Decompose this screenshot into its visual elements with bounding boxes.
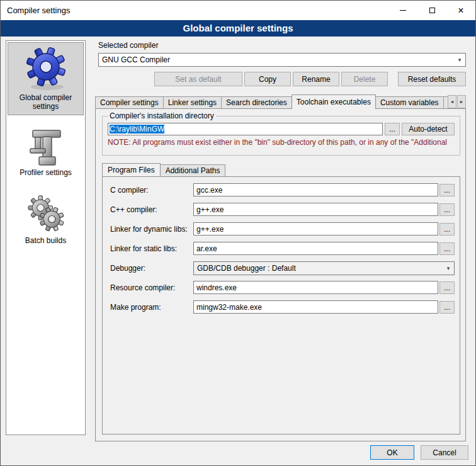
install-dir-input[interactable]: C:\raylib\MinGW xyxy=(108,123,383,135)
rename-button[interactable]: Rename xyxy=(293,72,339,86)
resource-compiler-browse-button[interactable]: ... xyxy=(439,281,455,294)
make-program-input[interactable] xyxy=(193,300,438,314)
auto-detect-button[interactable]: Auto-detect xyxy=(402,123,455,135)
sidebar: Global compiler settings xyxy=(6,40,86,435)
sidebar-item-global-compiler-settings[interactable]: Global compiler settings xyxy=(8,42,84,115)
linker-dynamic-input[interactable] xyxy=(193,222,438,236)
install-dir-selected-text: C:\raylib\MinGW xyxy=(110,125,164,134)
c-compiler-input[interactable] xyxy=(193,183,438,196)
make-program-row: Make program: ... xyxy=(110,300,455,314)
cpp-compiler-label: C++ compiler: xyxy=(110,205,193,214)
arrow-left-icon: ◄ xyxy=(450,99,455,104)
installation-directory-group: Compiler's installation directory C:\ray… xyxy=(102,111,460,156)
batch-builds-gears-icon xyxy=(9,193,82,235)
debugger-row: Debugger: GDB/CDB debugger : Default ▾ xyxy=(110,261,455,275)
debugger-select[interactable]: GDB/CDB debugger : Default ▾ xyxy=(193,261,455,275)
install-dir-browse-button[interactable]: ... xyxy=(385,123,400,135)
installation-directory-group-title: Compiler's installation directory xyxy=(108,111,216,120)
resource-compiler-input[interactable] xyxy=(193,281,438,294)
linker-dynamic-row: Linker for dynamic libs: ... xyxy=(110,222,455,236)
selected-compiler-label: Selected compiler xyxy=(98,41,158,50)
tab-scroll-left-button[interactable]: ◄ xyxy=(448,95,456,108)
compiler-settings-window: Compiler settings × Global compiler sett… xyxy=(0,0,476,466)
sidebar-item-label: Profiler settings xyxy=(9,167,82,177)
tab-linker-settings[interactable]: Linker settings xyxy=(163,96,222,109)
chevron-down-icon: ▾ xyxy=(443,265,454,271)
arrow-right-icon: ► xyxy=(460,99,464,104)
window-title: Compiler settings xyxy=(1,6,388,15)
minimize-button[interactable] xyxy=(388,1,417,20)
c-compiler-label: C compiler: xyxy=(110,186,193,195)
sidebar-item-batch-builds[interactable]: Batch builds xyxy=(8,191,84,249)
c-compiler-browse-button[interactable]: ... xyxy=(439,184,455,196)
compiler-buttons-row: Set as default Copy Rename Delete Reset … xyxy=(92,72,466,86)
sidebar-item-label: Batch builds xyxy=(9,235,82,245)
debugger-value: GDB/CDB debugger : Default xyxy=(197,264,443,273)
linker-dynamic-browse-button[interactable]: ... xyxy=(439,223,455,236)
settings-tabstrip: Compiler settings Linker settings Search… xyxy=(95,94,466,109)
cancel-button[interactable]: Cancel xyxy=(421,445,468,460)
tab-compiler-settings[interactable]: Compiler settings xyxy=(95,96,164,109)
cpp-compiler-input[interactable] xyxy=(193,203,438,216)
delete-button: Delete xyxy=(341,72,388,86)
c-compiler-row: C compiler: ... xyxy=(110,183,455,196)
maximize-icon xyxy=(429,8,435,13)
tab-toolchain-executables[interactable]: Toolchain executables xyxy=(292,94,376,109)
resource-compiler-label: Resource compiler: xyxy=(110,283,193,292)
linker-static-browse-button[interactable]: ... xyxy=(439,242,455,255)
dialog-header: Global compiler settings xyxy=(1,20,475,37)
selected-compiler-value: GNU GCC Compiler xyxy=(102,55,454,64)
make-program-browse-button[interactable]: ... xyxy=(439,301,455,314)
maximize-button[interactable] xyxy=(417,1,446,20)
profiler-tool-icon xyxy=(9,128,82,167)
tab-scrollers: ◄ ► xyxy=(448,95,466,108)
close-icon: × xyxy=(458,6,463,16)
tab-custom-variables[interactable]: Custom variables xyxy=(375,96,444,109)
program-files-panel: C compiler: ... C++ compiler: ... Linker… xyxy=(102,176,460,435)
titlebar: Compiler settings × xyxy=(1,1,475,20)
main-area: Selected compiler GNU GCC Compiler ▾ Set… xyxy=(92,40,470,441)
sidebar-item-label: Global compiler settings xyxy=(9,92,82,111)
set-as-default-button: Set as default xyxy=(154,72,242,86)
tab-scroll-right-button[interactable]: ► xyxy=(457,95,466,108)
linker-dynamic-label: Linker for dynamic libs: xyxy=(110,225,193,234)
toolchain-executables-panel: Compiler's installation directory C:\ray… xyxy=(95,108,466,441)
cpp-compiler-browse-button[interactable]: ... xyxy=(439,203,455,216)
program-files-tabstrip: Program Files Additional Paths xyxy=(102,163,225,176)
chevron-down-icon: ▾ xyxy=(454,57,465,63)
tab-search-directories[interactable]: Search directories xyxy=(221,96,292,109)
linker-static-input[interactable] xyxy=(193,242,438,255)
ok-button[interactable]: OK xyxy=(370,445,414,460)
cpp-compiler-row: C++ compiler: ... xyxy=(110,203,455,216)
dialog-footer: OK Cancel xyxy=(370,445,468,460)
close-button[interactable]: × xyxy=(446,1,475,20)
bin-subdirectory-note: NOTE: All programs must exist either in … xyxy=(108,138,455,147)
installation-directory-row: C:\raylib\MinGW ... Auto-detect xyxy=(108,123,455,135)
linker-static-label: Linker for static libs: xyxy=(110,244,193,253)
linker-static-row: Linker for static libs: ... xyxy=(110,242,455,255)
sidebar-item-profiler-settings[interactable]: Profiler settings xyxy=(8,125,84,181)
selected-compiler-combobox[interactable]: GNU GCC Compiler ▾ xyxy=(98,53,466,67)
reset-defaults-button[interactable]: Reset defaults xyxy=(398,72,466,86)
blue-gear-icon xyxy=(9,45,82,92)
debugger-label: Debugger: xyxy=(110,264,193,273)
copy-button[interactable]: Copy xyxy=(244,72,291,86)
resource-compiler-row: Resource compiler: ... xyxy=(110,281,455,294)
make-program-label: Make program: xyxy=(110,303,193,312)
titlebar-buttons: × xyxy=(388,1,475,20)
subtab-program-files[interactable]: Program Files xyxy=(102,163,161,176)
minimize-icon xyxy=(400,10,406,11)
subtab-additional-paths[interactable]: Additional Paths xyxy=(160,164,226,176)
